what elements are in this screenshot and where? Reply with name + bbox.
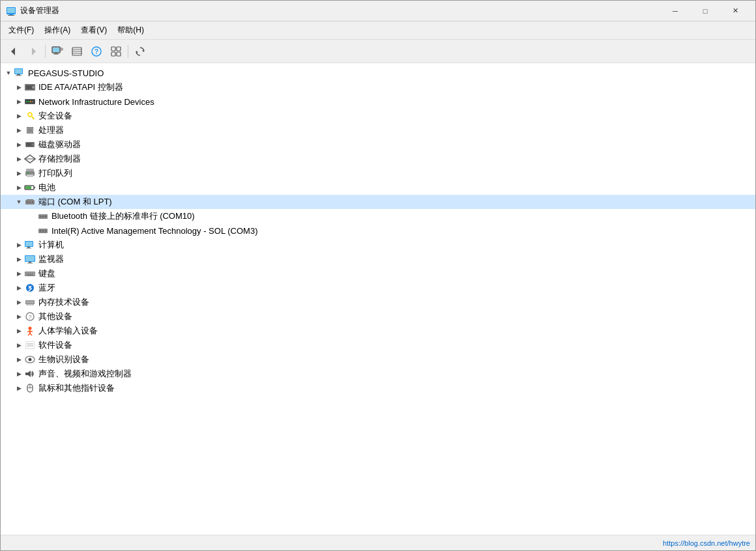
forward-button[interactable] <box>24 42 42 61</box>
root-expand-arrow[interactable]: ▼ <box>3 68 14 78</box>
mouse-expand[interactable]: ▶ <box>14 383 24 393</box>
svg-point-107 <box>29 385 31 388</box>
tree-item-network[interactable]: ▶ Network Infrastructure Devices <box>1 94 755 109</box>
tree-item-port[interactable]: ▼ 端口 (COM 和 LPT) <box>1 195 755 209</box>
print-expand[interactable]: ▶ <box>14 168 24 178</box>
security-expand[interactable]: ▶ <box>14 111 24 121</box>
minimize-button[interactable]: ─ <box>660 1 690 21</box>
network-expand[interactable]: ▶ <box>14 96 24 107</box>
maximize-button[interactable]: □ <box>690 1 720 21</box>
computer-label: 计算机 <box>38 239 64 251</box>
network-label: Network Infrastructure Devices <box>38 97 154 107</box>
svg-rect-11 <box>61 48 63 49</box>
monitor-expand[interactable]: ▶ <box>14 254 24 264</box>
svg-rect-69 <box>27 247 30 248</box>
tree-item-other[interactable]: ▶ ? 其他设备 <box>1 309 755 324</box>
tree-item-print[interactable]: ▶ 打印队列 <box>1 166 755 180</box>
svg-point-56 <box>29 202 31 203</box>
software-label: 软件设备 <box>38 339 72 351</box>
resource-view-button[interactable] <box>107 42 125 61</box>
keyboard-icon <box>24 268 36 279</box>
svg-point-65 <box>42 231 44 232</box>
svg-point-91 <box>29 327 32 330</box>
svg-rect-81 <box>27 274 33 276</box>
svg-marker-22 <box>142 49 144 52</box>
memory-expand[interactable]: ▶ <box>14 297 24 307</box>
view-computer-button[interactable] <box>48 42 66 61</box>
cpu-expand[interactable]: ▶ <box>14 125 24 135</box>
close-button[interactable]: ✕ <box>720 1 750 21</box>
svg-rect-74 <box>27 263 33 264</box>
svg-marker-5 <box>32 48 36 55</box>
security-label: 安全设备 <box>38 110 72 122</box>
computer-expand[interactable]: ▶ <box>14 240 24 250</box>
svg-point-44 <box>31 143 34 146</box>
port-expand[interactable]: ▼ <box>14 197 24 207</box>
tree-item-intel-amt[interactable]: Intel(R) Active Management Technology - … <box>1 223 755 238</box>
refresh-button[interactable] <box>131 42 149 61</box>
mouse-icon <box>24 383 36 393</box>
menu-view[interactable]: 查看(V) <box>76 22 112 38</box>
properties-button[interactable]: ? <box>87 42 106 61</box>
software-expand[interactable]: ▶ <box>14 340 24 350</box>
tree-item-software[interactable]: ▶ 软件设备 <box>1 338 755 352</box>
storage-icon <box>24 154 36 164</box>
svg-line-38 <box>32 117 34 119</box>
menu-bar: 文件(F) 操作(A) 查看(V) 帮助(H) <box>1 21 755 40</box>
tree-item-cpu[interactable]: ▶ 处理器 <box>1 123 755 137</box>
bio-expand[interactable]: ▶ <box>14 354 24 365</box>
title-bar: 设备管理器 ─ □ ✕ <box>1 1 755 21</box>
svg-text:?: ? <box>28 314 31 320</box>
tree-item-storage[interactable]: ▶ 存储控制器 <box>1 152 755 166</box>
menu-help[interactable]: 帮助(H) <box>112 22 149 38</box>
monitor-label: 监视器 <box>38 253 64 265</box>
svg-rect-97 <box>26 342 34 348</box>
tree-item-bt-com10[interactable]: Bluetooth 链接上的标准串行 (COM10) <box>1 209 755 223</box>
status-bar: https://blog.csdn.net/hwytre <box>1 535 755 550</box>
tree-root[interactable]: ▼ PEGASUS-STUDIO <box>1 66 755 80</box>
battery-icon <box>24 182 36 193</box>
back-button[interactable] <box>5 42 23 61</box>
human-expand[interactable]: ▶ <box>14 326 24 336</box>
tree-item-keyboard[interactable]: ▶ 键盘 <box>1 266 755 281</box>
port-icon <box>24 197 36 207</box>
svg-rect-87 <box>31 304 31 305</box>
ide-expand[interactable]: ▶ <box>14 82 24 92</box>
tree-item-mouse[interactable]: ▶ 鼠标和其他指针设备 <box>1 381 755 395</box>
print-icon <box>24 168 36 178</box>
sound-expand[interactable]: ▶ <box>14 369 24 379</box>
tree-item-security[interactable]: ▶ 安全设备 <box>1 109 755 123</box>
tree-item-sound[interactable]: ▶ 声音、视频和游戏控制器 <box>1 367 755 381</box>
other-expand[interactable]: ▶ <box>14 311 24 322</box>
menu-action[interactable]: 操作(A) <box>39 22 76 38</box>
tree-item-bio[interactable]: ▶ 生物识别设备 <box>1 352 755 367</box>
device-tree[interactable]: ▼ PEGASUS-STUDIO ▶ <box>1 63 755 535</box>
battery-expand[interactable]: ▶ <box>14 182 24 193</box>
tree-item-ide[interactable]: ▶ IDE ATA/ATAPI 控制器 <box>1 80 755 94</box>
tree-item-battery[interactable]: ▶ 电池 <box>1 180 755 195</box>
bluetooth-expand[interactable]: ▶ <box>14 283 24 293</box>
storage-expand[interactable]: ▶ <box>14 154 24 164</box>
tree-item-human[interactable]: ▶ 人体学输入设备 <box>1 324 755 338</box>
svg-rect-70 <box>26 248 31 249</box>
svg-rect-73 <box>29 262 31 263</box>
svg-rect-58 <box>27 199 33 200</box>
tree-item-monitor[interactable]: ▶ 监视器 <box>1 252 755 266</box>
menu-file[interactable]: 文件(F) <box>3 22 39 38</box>
disk-expand[interactable]: ▶ <box>14 139 24 150</box>
tree-item-memory[interactable]: ▶ 内存技术设备 <box>1 295 755 309</box>
view-list-button[interactable] <box>68 42 86 61</box>
tree-item-bluetooth[interactable]: ▶ 蓝牙 <box>1 281 755 295</box>
tree-item-disk[interactable]: ▶ 磁盘驱动器 <box>1 137 755 152</box>
svg-point-60 <box>40 216 41 218</box>
keyboard-expand[interactable]: ▶ <box>14 268 24 279</box>
svg-point-33 <box>26 101 27 102</box>
security-icon <box>24 111 36 121</box>
svg-rect-72 <box>25 256 35 261</box>
svg-rect-85 <box>27 304 27 305</box>
tree-item-computer[interactable]: ▶ 计算机 <box>1 238 755 252</box>
svg-rect-19 <box>117 47 121 51</box>
svg-point-34 <box>28 101 29 102</box>
window-title: 设备管理器 <box>20 5 660 16</box>
svg-rect-80 <box>32 273 33 274</box>
